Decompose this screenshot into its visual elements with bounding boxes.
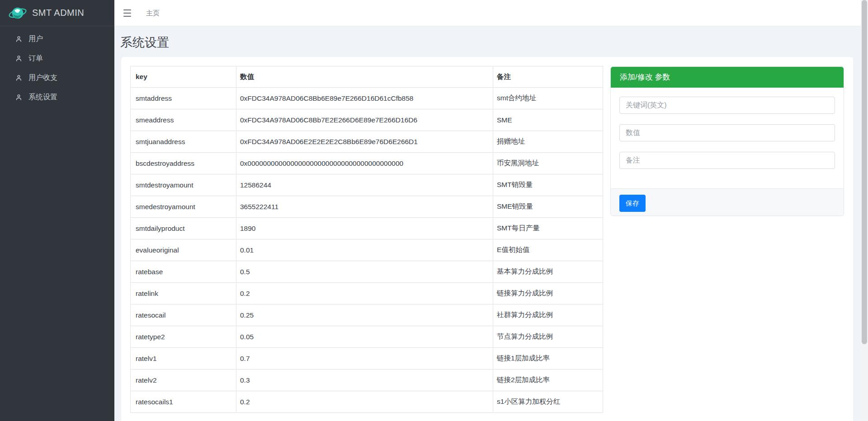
param-remark: 捐赠地址 (493, 131, 603, 153)
param-remark: SMT销毁量 (493, 174, 603, 196)
app-logo-icon (8, 4, 27, 23)
form-card-footer: 保存 (611, 188, 844, 215)
sidebar-item-label: 系统设置 (28, 93, 57, 102)
param-value: 0x00000000000000000000000000000000000000… (236, 153, 493, 174)
table-row: ratesocails1 0.2 s1小区算力加权分红 (131, 391, 603, 413)
sidebar-item-label: 用户收支 (28, 73, 57, 83)
param-value: 0.3 (236, 370, 493, 391)
param-key: ratesocail (131, 304, 236, 326)
param-remark: SMT每日产量 (493, 218, 603, 239)
param-remark: 基本算力分成比例 (493, 261, 603, 283)
breadcrumb[interactable]: 主页 (146, 0, 160, 26)
param-remark: 社群算力分成比例 (493, 304, 603, 326)
table-row: smeaddress 0xFDC34A978AD06C8Bb7E2E266D6E… (131, 109, 603, 131)
table-row: smtdailyproduct 1890 SMT每日产量 (131, 218, 603, 239)
user-icon (15, 74, 23, 82)
param-value: 0.05 (236, 326, 493, 348)
param-key: ratelv1 (131, 348, 236, 370)
sidebar-nav: 用户 订单 用户收支 (0, 26, 114, 107)
param-key: smeaddress (131, 109, 236, 131)
param-remark: 币安黑洞地址 (493, 153, 603, 174)
sidebar-item[interactable]: 订单 (0, 49, 114, 68)
brand-title: SMT ADMIN (32, 8, 84, 18)
param-key: smedestroyamount (131, 196, 236, 218)
param-key: smtdestroyamount (131, 174, 236, 196)
table-header-row: key 数值 备注 (131, 66, 603, 88)
table-row: bscdestroyaddress 0x00000000000000000000… (131, 153, 603, 174)
table-row: smedestroyamount 3655222411 SME销毁量 (131, 196, 603, 218)
vertical-scrollbar-track[interactable] (861, 0, 868, 421)
form-card-body (611, 88, 844, 188)
param-value: 3655222411 (236, 196, 493, 218)
sidebar-item-label: 订单 (28, 54, 43, 63)
param-input[interactable] (619, 152, 835, 169)
param-key: bscdestroyaddress (131, 153, 236, 174)
param-remark: SME (493, 109, 603, 131)
vertical-scrollbar-thumb[interactable] (862, 0, 867, 344)
table-row: ratelv2 0.3 链接2层加成比率 (131, 370, 603, 391)
param-key: smtdailyproduct (131, 218, 236, 239)
param-value: 0xFDC34A978AD06C8Bb6E89e7E266D16D61cCfb8… (236, 88, 493, 109)
param-remark: smt合约地址 (493, 88, 603, 109)
param-value: 0.7 (236, 348, 493, 370)
sidebar: SMT ADMIN 用户 订单 (0, 0, 114, 421)
column-header-remark: 备注 (493, 66, 603, 88)
content-card: key 数值 备注 smtaddress 0xFDC34A978AD06C8Bb… (121, 57, 853, 421)
param-value: 0xFDC34A978AD06E2E2E2E2C8Bb6E89e76D6E266… (236, 131, 493, 153)
param-remark: E值初始值 (493, 239, 603, 261)
sidebar-item-label: 用户 (28, 34, 43, 44)
topbar: 主页 (114, 0, 861, 26)
user-icon (15, 55, 23, 62)
param-key: ratetype2 (131, 326, 236, 348)
sidebar-item[interactable]: 用户 (0, 29, 114, 49)
param-key: ratesocails1 (131, 391, 236, 413)
table-row: smtaddress 0xFDC34A978AD06C8Bb6E89e7E266… (131, 88, 603, 109)
param-key: ratelv2 (131, 370, 236, 391)
column-header-value: 数值 (236, 66, 493, 88)
menu-toggle-icon[interactable] (123, 9, 131, 17)
param-input[interactable] (619, 124, 835, 141)
add-edit-param-card: 添加/修改 参数 保存 (610, 66, 844, 216)
main-area: 主页 系统设置 key 数值 备注 smtaddress (114, 0, 861, 421)
save-button[interactable]: 保存 (619, 195, 646, 212)
param-value: 12586244 (236, 174, 493, 196)
param-key: ratelink (131, 283, 236, 304)
param-key: smtjuanaddress (131, 131, 236, 153)
param-key: evalueoriginal (131, 239, 236, 261)
sidebar-item[interactable]: 系统设置 (0, 88, 114, 107)
param-value: 0.5 (236, 261, 493, 283)
table-row: ratelink 0.2 链接算力分成比例 (131, 283, 603, 304)
sidebar-item[interactable]: 用户收支 (0, 68, 114, 88)
table-row: ratelv1 0.7 链接1层加成比率 (131, 348, 603, 370)
param-remark: s1小区算力加权分红 (493, 391, 603, 413)
param-remark: 链接算力分成比例 (493, 283, 603, 304)
param-remark: 链接2层加成比率 (493, 370, 603, 391)
table-row: ratebase 0.5 基本算力分成比例 (131, 261, 603, 283)
param-value: 1890 (236, 218, 493, 239)
table-row: ratesocail 0.25 社群算力分成比例 (131, 304, 603, 326)
page: 系统设置 key 数值 备注 smtaddress 0xFDC34 (114, 26, 861, 421)
brand[interactable]: SMT ADMIN (0, 0, 114, 26)
column-header-key: key (131, 66, 236, 88)
param-remark: 节点算力分成比例 (493, 326, 603, 348)
table-row: ratetype2 0.05 节点算力分成比例 (131, 326, 603, 348)
param-value: 0.01 (236, 239, 493, 261)
table-row: smtdestroyamount 12586244 SMT销毁量 (131, 174, 603, 196)
param-value: 0xFDC34A978AD06C8Bb7E2E266D6E89e7E266D16… (236, 109, 493, 131)
user-icon (15, 94, 23, 101)
param-value: 0.2 (236, 283, 493, 304)
params-table: key 数值 备注 smtaddress 0xFDC34A978AD06C8Bb… (130, 66, 603, 413)
form-card-title: 添加/修改 参数 (611, 67, 844, 88)
table-row: evalueoriginal 0.01 E值初始值 (131, 239, 603, 261)
page-title: 系统设置 (120, 34, 861, 51)
param-value: 0.2 (236, 391, 493, 413)
user-icon (15, 35, 23, 43)
param-remark: 链接1层加成比率 (493, 348, 603, 370)
param-value: 0.25 (236, 304, 493, 326)
param-key: ratebase (131, 261, 236, 283)
param-remark: SME销毁量 (493, 196, 603, 218)
param-key: smtaddress (131, 88, 236, 109)
param-input[interactable] (619, 97, 835, 114)
table-row: smtjuanaddress 0xFDC34A978AD06E2E2E2E2C8… (131, 131, 603, 153)
